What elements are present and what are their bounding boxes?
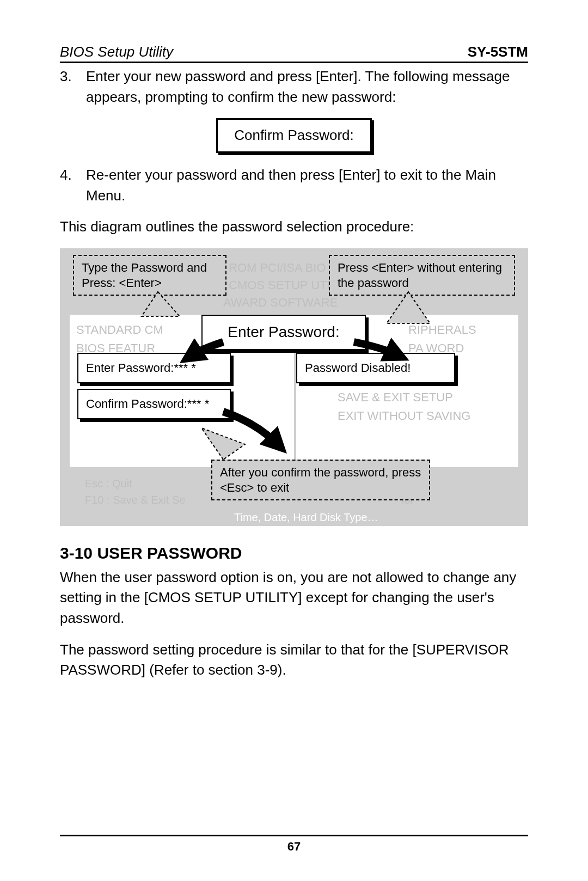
prompt-main: Enter Password: [201, 315, 366, 350]
running-header-left: BIOS Setup Utility [60, 44, 173, 60]
menu-tdht: Time, Date, Hard Disk Type… [234, 510, 378, 525]
diagram-intro: This diagram outlines the password selec… [60, 217, 528, 237]
section-p2: The password setting procedure is simila… [60, 640, 528, 681]
step-4: 4. Re-enter your password and then press… [60, 165, 528, 206]
callout-right: Press <Enter> without entering the passw… [329, 255, 515, 296]
callout-bottom: After you confirm the password, press <E… [211, 460, 430, 500]
prompt-enter: Enter Password:*** * [77, 353, 231, 383]
prompt-confirm: Confirm Password:*** * [77, 389, 231, 419]
bios-line-3: AWARD SOFTWARE [223, 294, 338, 311]
content: 3. Enter your new password and press [En… [60, 66, 528, 681]
menu-save: SAVE & EXIT SETUP [338, 389, 453, 406]
bios-line-1: ROM PCI/ISA BIO [229, 259, 326, 277]
menu-f10: F10 : Save & Exit Se [85, 492, 186, 508]
step-3-number: 3. [60, 66, 86, 107]
menu-exitnosave: EXIT WITHOUT SAVING [338, 407, 470, 425]
page-number: 67 [60, 840, 528, 854]
password-diagram: ROM PCI/ISA BIO CMOS SETUP UTIL AWARD SO… [60, 248, 528, 526]
menu-esc: Esc : Quit [85, 476, 132, 492]
running-header: BIOS Setup Utility SY-5STM [60, 44, 528, 60]
bios-line-2: CMOS SETUP UTIL [229, 277, 337, 294]
section-p1: When the user password option is on, you… [60, 567, 528, 629]
running-header-right: SY-5STM [468, 44, 528, 60]
footer: 67 [60, 835, 528, 854]
confirm-password-box-wrap: Confirm Password: [60, 118, 528, 153]
step-3-text: Enter your new password and press [Enter… [86, 66, 528, 107]
section-heading: 3-10 USER PASSWORD [60, 541, 528, 565]
step-3: 3. Enter your new password and press [En… [60, 66, 528, 107]
footer-rule [60, 835, 528, 836]
menu-left-1: STANDARD CM [76, 321, 163, 339]
page: BIOS Setup Utility SY-5STM 3. Enter your… [0, 0, 588, 881]
step-4-text: Re-enter your password and then press [E… [86, 165, 528, 206]
callout-left: Type the Password and Press: <Enter> [73, 255, 226, 296]
header-rule [60, 62, 528, 63]
prompt-disabled: Password Disabled! [296, 353, 455, 383]
menu-right-1: RIPHERALS [408, 321, 476, 339]
step-4-number: 4. [60, 165, 86, 206]
confirm-password-box: Confirm Password: [216, 118, 372, 153]
